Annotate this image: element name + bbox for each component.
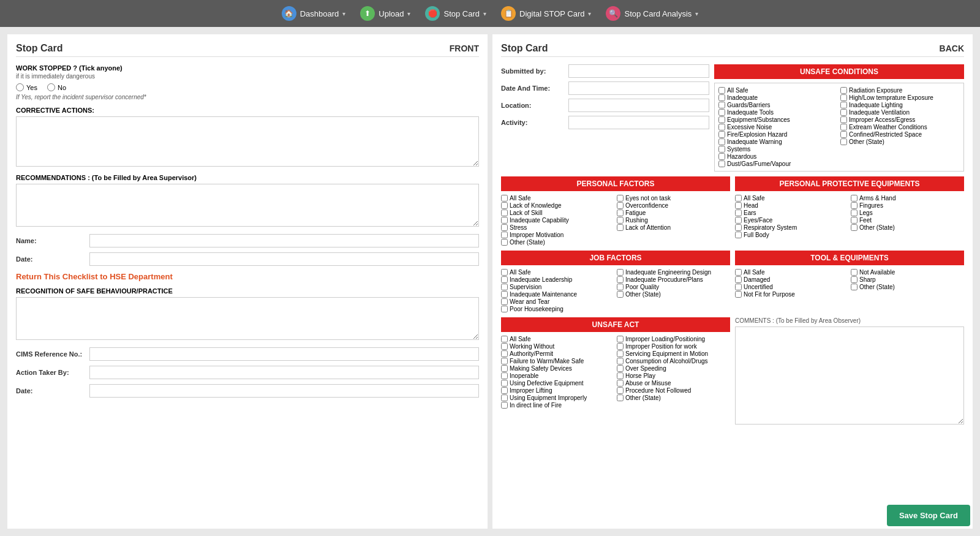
action-taker-input[interactable] [89, 366, 479, 379]
pf-overconfidence-cb[interactable] [617, 202, 624, 209]
save-stop-card-button[interactable]: Save Stop Card [887, 505, 970, 526]
ua-direct-line-cb[interactable] [501, 402, 508, 409]
submitted-by-input[interactable] [568, 64, 709, 78]
ua-working-without-cb[interactable] [501, 343, 508, 350]
nav-upload[interactable]: ⬆ Upload ▾ [355, 4, 415, 23]
pf-inadequate-capability-cb[interactable] [501, 217, 508, 224]
ua-servicing-cb[interactable] [617, 350, 624, 357]
ua-failure-warm-cb[interactable] [501, 358, 508, 364]
te-not-fit-cb[interactable] [735, 291, 742, 298]
te-other-cb[interactable] [851, 284, 858, 290]
radio-no[interactable] [47, 83, 55, 91]
ppe-fingures-cb[interactable] [851, 202, 858, 209]
te-damaged-cb[interactable] [735, 276, 742, 283]
ua-all-safe-cb[interactable] [501, 336, 508, 342]
recommendations-textarea[interactable] [16, 184, 479, 227]
jf-other-cb[interactable] [617, 291, 624, 298]
unsafe-improper-access-cb[interactable] [840, 116, 847, 123]
ua-making-safety-cb[interactable] [501, 365, 508, 372]
unsafe-inadequate-warning-cb[interactable] [718, 138, 725, 145]
ua-improper-loading-cb[interactable] [617, 336, 624, 342]
ua-using-equipment-cb[interactable] [501, 394, 508, 401]
unsafe-extreme-weather-cb[interactable] [840, 124, 847, 130]
jf-inadequate-maintenance-cb[interactable] [501, 291, 508, 298]
nav-stop-card-analysis[interactable]: 🔍 Stop Card Analysis ▾ [601, 4, 703, 23]
ppe-respiratory-cb[interactable] [735, 224, 742, 231]
ppe-legs-cb[interactable] [851, 209, 858, 216]
pf-lack-attention-cb[interactable] [617, 224, 624, 231]
recognition-textarea[interactable] [16, 297, 479, 340]
unsafe-inadequate-lighting-cb[interactable] [840, 102, 847, 108]
ppe-head-cb[interactable] [735, 202, 742, 209]
ua-consumption-cb[interactable] [617, 358, 624, 364]
radio-yes-label[interactable]: Yes [16, 83, 37, 91]
ua-using-defective-cb[interactable] [501, 380, 508, 387]
ppe-full-body-cb[interactable] [735, 232, 742, 238]
unsafe-all-safe-cb[interactable] [718, 87, 725, 94]
radio-no-label[interactable]: No [47, 83, 66, 91]
ua-other-cb[interactable] [617, 394, 624, 401]
ppe-all-safe-cb[interactable] [735, 195, 742, 202]
cims-input[interactable] [89, 347, 479, 361]
te-uncertified-cb[interactable] [735, 284, 742, 290]
unsafe-other-cb[interactable] [840, 138, 847, 145]
nav-digital-stop-card[interactable]: 📋 Digital STOP Card ▾ [496, 4, 596, 23]
unsafe-systems-cb[interactable] [718, 146, 725, 153]
ua-abuse-misuse-cb[interactable] [617, 380, 624, 387]
ppe-eyes-face-cb[interactable] [735, 217, 742, 224]
corrective-actions-textarea[interactable] [16, 116, 479, 167]
pf-improper-motivation-cb[interactable] [501, 232, 508, 238]
unsafe-high-low-temp-cb[interactable] [840, 94, 847, 101]
ua-horse-play-cb[interactable] [617, 372, 624, 379]
ua-authority-permit-cb[interactable] [501, 350, 508, 357]
date2-input[interactable] [89, 384, 479, 398]
unsafe-guards-cb[interactable] [718, 102, 725, 108]
unsafe-excessive-noise-cb[interactable] [718, 124, 725, 130]
ua-improper-lifting-cb[interactable] [501, 387, 508, 394]
ppe-arms-cb[interactable] [851, 195, 858, 202]
date-time-input[interactable] [568, 81, 709, 95]
unsafe-inadequate-ventilation-cb[interactable] [840, 109, 847, 116]
jf-supervision-cb[interactable] [501, 284, 508, 290]
ppe-other-cb[interactable] [851, 224, 858, 231]
ppe-feet-cb[interactable] [851, 217, 858, 224]
jf-all-safe-cb[interactable] [501, 269, 508, 276]
nav-stop-card[interactable]: 🛑 Stop Card ▾ [420, 4, 491, 23]
comments-textarea[interactable] [735, 327, 964, 425]
radio-yes[interactable] [16, 83, 24, 91]
pf-all-safe-cb[interactable] [501, 195, 508, 202]
unsafe-confined-cb[interactable] [840, 131, 847, 138]
ua-improper-position-cb[interactable] [617, 343, 624, 350]
jf-poor-housekeeping-cb[interactable] [501, 306, 508, 312]
unsafe-dust-cb[interactable] [718, 160, 725, 167]
pf-other-cb[interactable] [501, 239, 508, 246]
name-input[interactable] [89, 234, 479, 247]
nav-dashboard[interactable]: 🏠 Dashboard ▾ [277, 4, 351, 23]
jf-poor-quality-cb[interactable] [617, 284, 624, 290]
unsafe-equipment-cb[interactable] [718, 116, 725, 123]
unsafe-hazardous-cb[interactable] [718, 153, 725, 160]
te-sharp-cb[interactable] [851, 276, 858, 283]
unsafe-inadequate-tools-cb[interactable] [718, 109, 725, 116]
unsafe-fire-cb[interactable] [718, 131, 725, 138]
unsafe-inadequate-cb[interactable] [718, 94, 725, 101]
location-input[interactable] [568, 99, 709, 112]
jf-inadequate-engineering-cb[interactable] [617, 269, 624, 276]
pf-fatigue-cb[interactable] [617, 209, 624, 216]
activity-input[interactable] [568, 116, 709, 129]
te-all-safe-cb[interactable] [735, 269, 742, 276]
ua-over-speeding-cb[interactable] [617, 365, 624, 372]
ua-inoperable-cb[interactable] [501, 372, 508, 379]
jf-inadequate-procedure-cb[interactable] [617, 276, 624, 283]
pf-rushing-cb[interactable] [617, 217, 624, 224]
jf-inadequate-leadership-cb[interactable] [501, 276, 508, 283]
pf-eyes-not-cb[interactable] [617, 195, 624, 202]
ua-procedure-not-followed-cb[interactable] [617, 387, 624, 394]
te-not-available-cb[interactable] [851, 269, 858, 276]
date-input[interactable] [89, 252, 479, 266]
unsafe-radiation-cb[interactable] [840, 87, 847, 94]
ppe-ears-cb[interactable] [735, 209, 742, 216]
pf-lack-skill-cb[interactable] [501, 209, 508, 216]
pf-lack-knowledge-cb[interactable] [501, 202, 508, 209]
pf-stress-cb[interactable] [501, 224, 508, 231]
